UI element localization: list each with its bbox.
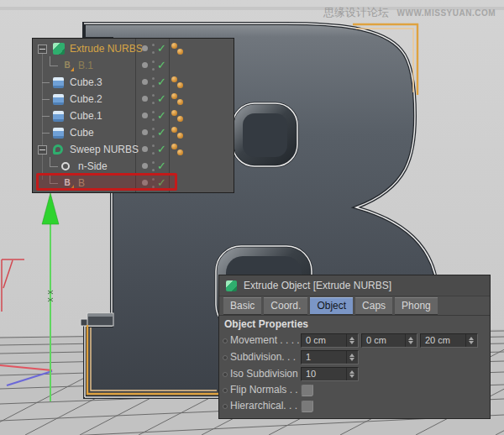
text-spline-icon: B	[61, 60, 73, 71]
om-label[interactable]: Cube	[70, 127, 94, 139]
tree-tick-line	[42, 82, 50, 83]
visibility-dots[interactable]	[152, 144, 155, 155]
om-label[interactable]: Cube.2	[70, 93, 102, 105]
om-row-cube3[interactable]: Cube.3 ✓	[33, 74, 234, 91]
visibility-dots[interactable]	[152, 161, 155, 171]
enable-check-icon[interactable]: ✓	[157, 92, 166, 105]
iso-subdivision-value: 10	[306, 369, 316, 379]
stepper-icon[interactable]	[465, 334, 477, 347]
stepper-icon[interactable]	[405, 334, 417, 347]
watermark: 思缘设计论坛 WWW.MISSYUAN.COM	[323, 6, 496, 19]
layer-dots-icon	[171, 125, 184, 140]
subdivision-field[interactable]: 1	[301, 350, 359, 364]
layer-dots-icon	[171, 75, 184, 90]
movement-z-field[interactable]: 20 cm	[420, 333, 478, 348]
state-dot[interactable]	[142, 163, 148, 169]
property-row-movement: Movement . . . . 0 cm 0 cm 20 cm	[219, 333, 490, 349]
state-dot[interactable]	[142, 45, 148, 51]
collapse-minus-icon[interactable]	[38, 45, 47, 54]
enable-check-icon[interactable]: ✓	[157, 76, 166, 88]
enable-check-icon[interactable]: ✓	[157, 59, 166, 71]
cube-icon	[53, 94, 64, 105]
state-dot[interactable]	[142, 62, 148, 68]
tab-phong[interactable]: Phong	[395, 297, 438, 315]
om-label[interactable]: B.1	[78, 60, 93, 71]
visibility-dots[interactable]	[152, 111, 155, 121]
movement-x-field[interactable]: 0 cm	[301, 333, 359, 348]
visibility-dots[interactable]	[152, 60, 155, 71]
tree-tick-line	[42, 99, 50, 100]
property-row-hierarchical: Hierarchical. . .	[219, 399, 490, 414]
enable-check-icon[interactable]: ✓	[157, 143, 166, 155]
state-dot[interactable]	[142, 96, 148, 102]
attribute-title: Extrude Object [Extrude NURBS]	[244, 280, 391, 291]
visibility-dots[interactable]	[152, 128, 155, 138]
om-row-cube2[interactable]: Cube.2 ✓	[33, 91, 234, 107]
tab-coord[interactable]: Coord.	[264, 297, 307, 315]
om-row-sweep-nurbs[interactable]: Sweep NURBS ✓	[33, 141, 234, 158]
hierarchical-checkbox[interactable]	[301, 400, 313, 412]
subdivision-value: 1	[306, 352, 311, 362]
enable-check-icon[interactable]: ✓	[157, 109, 166, 122]
anim-dot[interactable]	[223, 388, 228, 393]
anim-dot[interactable]	[223, 404, 228, 409]
extrude-nurbs-icon	[53, 43, 65, 55]
state-dot[interactable]	[142, 129, 148, 135]
state-dot[interactable]	[142, 113, 148, 118]
property-row-flip-normals: Flip Normals . .	[219, 383, 490, 398]
anim-dot[interactable]	[223, 372, 228, 377]
movement-y-value: 0 cm	[366, 335, 386, 345]
enable-check-icon[interactable]: ✓	[157, 42, 166, 55]
state-dot[interactable]	[142, 146, 148, 152]
visibility-dots[interactable]	[152, 44, 155, 54]
enable-check-icon[interactable]: ✓	[157, 160, 166, 172]
property-label: Subdivision. . .	[230, 351, 298, 363]
om-row-b1[interactable]: B B.1 ✓	[33, 57, 234, 74]
stepper-icon[interactable]	[346, 334, 358, 347]
layer-dots-icon	[171, 41, 184, 56]
property-label: Hierarchical. . .	[230, 400, 297, 411]
enable-check-icon[interactable]: ✓	[157, 126, 166, 139]
om-row-cube[interactable]: Cube ✓	[33, 124, 234, 141]
layer-dots-icon	[171, 92, 184, 107]
attribute-tabs[interactable]: Basic Coord. Object Caps Phong	[223, 297, 438, 315]
om-row-nside[interactable]: n-Side ✓	[33, 158, 234, 175]
collapse-minus-icon[interactable]	[38, 145, 47, 155]
attribute-title-bar: Extrude Object [Extrude NURBS]	[219, 275, 490, 296]
om-row-extrude-nurbs[interactable]: Extrude NURBS ✓	[33, 40, 234, 57]
stepper-icon[interactable]	[346, 351, 358, 364]
iso-subdivision-field[interactable]: 10	[301, 367, 359, 381]
movement-y-field[interactable]: 0 cm	[361, 333, 417, 348]
om-label[interactable]: n-Side	[78, 160, 108, 172]
visibility-dots[interactable]	[152, 77, 155, 87]
anim-dot[interactable]	[223, 338, 228, 343]
movement-z-value: 20 cm	[425, 335, 450, 345]
property-label: Iso Subdivision	[230, 368, 298, 380]
tab-basic[interactable]: Basic	[223, 297, 261, 315]
om-label[interactable]: Cube.1	[70, 110, 102, 122]
anim-dot[interactable]	[223, 355, 228, 360]
tab-object[interactable]: Object	[310, 297, 353, 315]
property-row-subdivision: Subdivision. . . 1	[219, 350, 490, 365]
layer-dots-icon	[171, 108, 184, 123]
watermark-url: WWW.MISSYUAN.COM	[397, 8, 496, 18]
property-label: Flip Normals . .	[230, 384, 298, 396]
stepper-icon[interactable]	[346, 368, 358, 380]
viewport[interactable]: 思缘设计论坛 WWW.MISSYUAN.COM Extrude NURBS ✓ …	[0, 0, 504, 435]
om-label[interactable]: Extrude NURBS	[70, 43, 143, 55]
om-label[interactable]: Cube.3	[70, 76, 102, 88]
state-dot[interactable]	[142, 79, 148, 85]
om-label[interactable]: Sweep NURBS	[70, 144, 139, 155]
visibility-dots[interactable]	[152, 94, 155, 104]
extrude-object-icon	[226, 280, 237, 291]
watermark-cjk: 思缘设计论坛	[323, 6, 389, 18]
letter-b-upper-hole	[233, 103, 297, 166]
tab-caps[interactable]: Caps	[355, 297, 392, 315]
tree-tick-line	[42, 116, 50, 117]
layer-dots-icon	[171, 142, 184, 157]
attribute-manager-panel[interactable]: Extrude Object [Extrude NURBS] Basic Coo…	[218, 275, 491, 419]
om-row-cube1[interactable]: Cube.1 ✓	[33, 107, 234, 124]
object-manager-panel[interactable]: Extrude NURBS ✓ B B.1 ✓ Cube.3 ✓ C	[32, 38, 234, 193]
sweep-nurbs-icon	[53, 144, 63, 155]
flip-normals-checkbox[interactable]	[301, 384, 313, 396]
